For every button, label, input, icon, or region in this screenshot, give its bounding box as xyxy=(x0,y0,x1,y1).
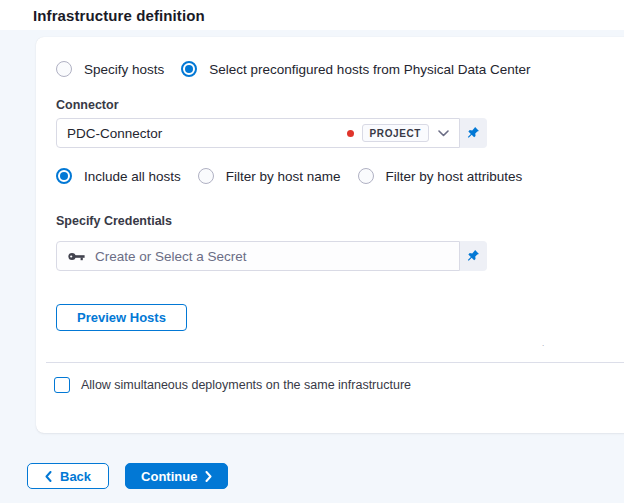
chevron-right-icon xyxy=(205,471,212,482)
continue-button-label: Continue xyxy=(141,469,197,484)
stray-mark: . xyxy=(542,340,544,348)
preview-hosts-button[interactable]: Preview Hosts xyxy=(56,304,187,331)
radio-label: Select preconfigured hosts from Physical… xyxy=(209,62,530,77)
wizard-footer: Back Continue xyxy=(0,463,624,489)
radio-label: Specify hosts xyxy=(84,62,164,77)
radio-button-icon[interactable] xyxy=(181,61,197,77)
host-source-radio-group: Specify hosts Select preconfigured hosts… xyxy=(56,61,616,77)
radio-button-icon[interactable] xyxy=(56,168,72,184)
checkbox-label: Allow simultaneous deployments on the sa… xyxy=(81,378,411,392)
radio-include-all-hosts[interactable]: Include all hosts xyxy=(56,168,181,184)
connector-fixed-input-pin-button[interactable] xyxy=(460,118,487,148)
infrastructure-definition-card: Specify hosts Select preconfigured hosts… xyxy=(36,37,624,433)
back-button[interactable]: Back xyxy=(27,463,109,489)
pin-icon xyxy=(466,126,480,140)
secret-placeholder: Create or Select a Secret xyxy=(95,249,247,264)
continue-button[interactable]: Continue xyxy=(125,463,228,489)
allow-simultaneous-deployments-checkbox[interactable] xyxy=(54,377,70,393)
connector-field-row: PDC-Connector PROJECT xyxy=(56,118,487,148)
connector-scope-badge: PROJECT xyxy=(362,124,429,142)
connector-label: Connector xyxy=(56,98,616,112)
radio-button-icon[interactable] xyxy=(198,168,214,184)
page-title: Infrastructure definition xyxy=(33,7,205,24)
radio-label: Filter by host name xyxy=(226,169,341,184)
pin-icon xyxy=(466,249,480,263)
radio-label: Filter by host attributes xyxy=(386,169,523,184)
radio-label: Include all hosts xyxy=(84,169,181,184)
radio-select-preconfigured-hosts[interactable]: Select preconfigured hosts from Physical… xyxy=(181,61,530,77)
radio-specify-hosts[interactable]: Specify hosts xyxy=(56,61,164,77)
connector-status-dot-icon xyxy=(347,130,354,137)
specify-credentials-label: Specify Credentials xyxy=(56,214,616,228)
radio-filter-by-host-name[interactable]: Filter by host name xyxy=(198,168,341,184)
simultaneous-deployments-row: Allow simultaneous deployments on the sa… xyxy=(36,363,624,393)
connector-select[interactable]: PDC-Connector PROJECT xyxy=(56,118,460,148)
chevron-left-icon xyxy=(45,471,52,482)
secret-fixed-input-pin-button[interactable] xyxy=(460,241,487,271)
credentials-field-row: Create or Select a Secret xyxy=(56,241,487,271)
back-button-label: Back xyxy=(60,469,91,484)
page-header: Infrastructure definition xyxy=(0,0,624,30)
radio-button-icon[interactable] xyxy=(56,61,72,77)
host-filter-radio-group: Include all hosts Filter by host name Fi… xyxy=(56,168,616,184)
chevron-down-icon xyxy=(438,130,449,137)
radio-button-icon[interactable] xyxy=(358,168,374,184)
secret-select-field[interactable]: Create or Select a Secret xyxy=(56,241,460,271)
connector-value: PDC-Connector xyxy=(67,126,347,141)
radio-filter-by-host-attributes[interactable]: Filter by host attributes xyxy=(358,168,523,184)
key-icon xyxy=(67,250,86,263)
